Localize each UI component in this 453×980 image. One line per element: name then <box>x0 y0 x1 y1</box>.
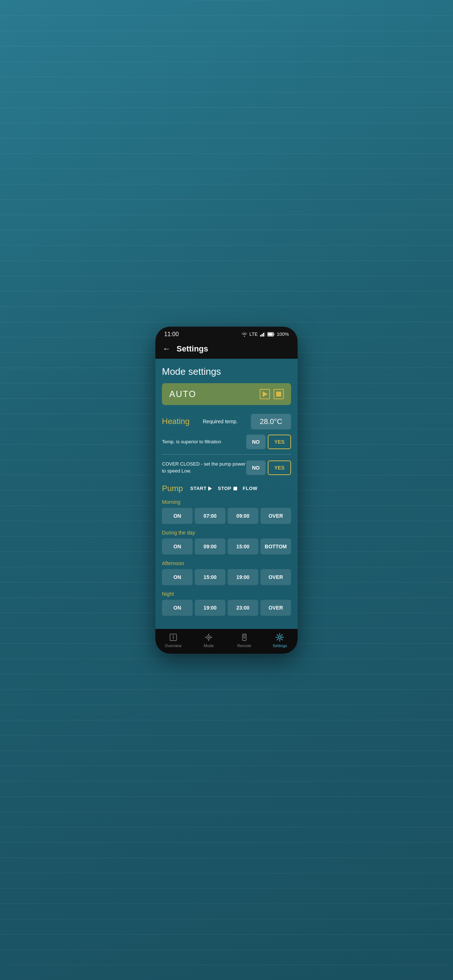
schedule-row-3: ON19:0023:00OVER <box>162 600 291 616</box>
status-time: 11:00 <box>164 331 179 337</box>
schedule-end-cell-1[interactable]: 15:00 <box>228 538 258 555</box>
cover-no-button[interactable]: NO <box>246 460 266 475</box>
schedule-row-0: ON07:0009:00OVER <box>162 508 291 524</box>
svg-point-23 <box>278 635 282 640</box>
temp-value-box[interactable]: 28.0°C <box>251 414 291 430</box>
pump-start-control[interactable]: START <box>190 485 212 491</box>
svg-rect-3 <box>265 332 265 337</box>
schedule-start-cell-2[interactable]: 15:00 <box>195 569 225 585</box>
schedule-2: AfternoonON15:0019:00OVER <box>162 560 291 585</box>
cover-yes-button[interactable]: YES <box>268 460 291 475</box>
svg-rect-21 <box>243 638 246 638</box>
nav-label-mode: Mode <box>204 643 214 648</box>
schedule-on-cell-1[interactable]: ON <box>162 538 193 555</box>
schedule-start-cell-3[interactable]: 19:00 <box>195 600 225 616</box>
svg-point-12 <box>208 636 209 638</box>
heating-label: Heating <box>162 417 198 426</box>
status-bar: 11:00 LTE 100% <box>155 327 298 340</box>
stop-button[interactable] <box>274 389 284 399</box>
schedule-start-cell-1[interactable]: 09:00 <box>195 538 225 555</box>
schedule-title-0: Morning <box>162 499 291 505</box>
battery-label: 100% <box>277 331 289 337</box>
auto-controls <box>260 389 284 399</box>
svg-rect-5 <box>274 333 274 335</box>
main-content: Mode settings AUTO Heating Required temp… <box>155 359 298 629</box>
pump-stop-label: STOP <box>218 485 231 491</box>
schedule-on-cell-0[interactable]: ON <box>162 508 193 524</box>
pump-stop-control[interactable]: STOP <box>218 485 237 491</box>
pump-flow-control[interactable]: FLOW <box>243 485 257 491</box>
back-button[interactable]: ← <box>163 345 171 353</box>
svg-rect-15 <box>205 637 206 638</box>
schedule-title-2: Afternoon <box>162 560 291 566</box>
play-triangle-icon <box>263 391 268 397</box>
settings-icon <box>275 633 284 642</box>
cover-label: COVER CLOSED - set the pump power to spe… <box>162 461 246 474</box>
auto-label: AUTO <box>169 389 196 399</box>
svg-rect-20 <box>243 636 246 637</box>
cover-closed-row: COVER CLOSED - set the pump power to spe… <box>162 460 291 475</box>
schedule-end-cell-3[interactable]: 23:00 <box>228 600 258 616</box>
schedule-mode-cell-0[interactable]: OVER <box>260 508 291 524</box>
pump-start-label: START <box>190 485 206 491</box>
svg-rect-2 <box>263 333 264 337</box>
schedule-row-2: ON15:0019:00OVER <box>162 569 291 585</box>
superior-no-button[interactable]: NO <box>246 434 266 449</box>
network-label: LTE <box>249 331 258 337</box>
pump-header: Pump START STOP FLOW <box>162 484 291 493</box>
schedules-container: MorningON07:0009:00OVERDuring the dayON0… <box>162 499 291 616</box>
header: ← Settings <box>155 340 298 359</box>
nav-label-overview: Overview <box>165 643 182 648</box>
svg-rect-0 <box>260 335 261 337</box>
pump-label: Pump <box>162 484 183 493</box>
nav-item-settings[interactable]: Settings <box>269 633 291 648</box>
svg-rect-17 <box>242 634 246 641</box>
schedule-on-cell-3[interactable]: ON <box>162 600 193 616</box>
nav-item-mode[interactable]: Mode <box>198 633 220 648</box>
nav-label-settings: Settings <box>273 643 287 648</box>
svg-rect-1 <box>262 334 263 337</box>
schedule-mode-cell-2[interactable]: OVER <box>260 569 291 585</box>
superior-toggle-row: Temp. is superior to filtration NO YES <box>162 434 291 449</box>
nav-item-remote[interactable]: Remote <box>233 633 255 648</box>
signal-icon <box>260 332 265 337</box>
cover-toggle-buttons: NO YES <box>246 460 291 475</box>
svg-rect-14 <box>208 640 209 641</box>
schedule-3: NightON19:0023:00OVER <box>162 591 291 616</box>
bottom-nav: Overview Mode <box>155 629 298 654</box>
schedule-title-3: Night <box>162 591 291 597</box>
schedule-1: During the dayON09:0015:00BOTTOM <box>162 530 291 555</box>
svg-rect-6 <box>268 333 273 336</box>
schedule-on-cell-2[interactable]: ON <box>162 569 193 585</box>
pump-play-icon <box>208 486 212 491</box>
schedule-start-cell-0[interactable]: 07:00 <box>195 508 225 524</box>
schedule-end-cell-0[interactable]: 09:00 <box>228 508 258 524</box>
schedule-mode-cell-3[interactable]: OVER <box>260 600 291 616</box>
schedule-row-1: ON09:0015:00BOTTOM <box>162 538 291 555</box>
svg-rect-16 <box>211 637 212 638</box>
heating-row: Heating Required temp. 28.0°C <box>162 414 291 430</box>
superior-label: Temp. is superior to filtration <box>162 439 246 444</box>
status-icons: LTE 100% <box>241 331 289 337</box>
schedule-0: MorningON07:0009:00OVER <box>162 499 291 524</box>
superior-toggle-buttons: NO YES <box>246 434 291 449</box>
pump-controls: START STOP FLOW <box>190 485 257 491</box>
required-temp-label: Required temp. <box>203 418 247 425</box>
svg-rect-13 <box>208 634 209 635</box>
nav-item-overview[interactable]: Overview <box>162 633 184 648</box>
stop-square-icon <box>276 391 281 397</box>
schedule-end-cell-2[interactable]: 19:00 <box>228 569 258 585</box>
info-icon <box>169 633 178 642</box>
nav-label-remote: Remote <box>237 643 251 648</box>
section-title: Mode settings <box>162 366 291 377</box>
battery-icon <box>267 332 274 337</box>
superior-yes-button[interactable]: YES <box>268 434 291 449</box>
schedule-mode-cell-1[interactable]: BOTTOM <box>260 538 291 555</box>
svg-rect-18 <box>243 635 244 636</box>
wifi-icon <box>241 332 247 337</box>
remote-icon <box>239 633 249 642</box>
page-title: Settings <box>177 344 208 354</box>
pump-stop-icon <box>233 487 237 490</box>
auto-mode-button[interactable]: AUTO <box>162 383 291 405</box>
play-button[interactable] <box>260 389 270 399</box>
